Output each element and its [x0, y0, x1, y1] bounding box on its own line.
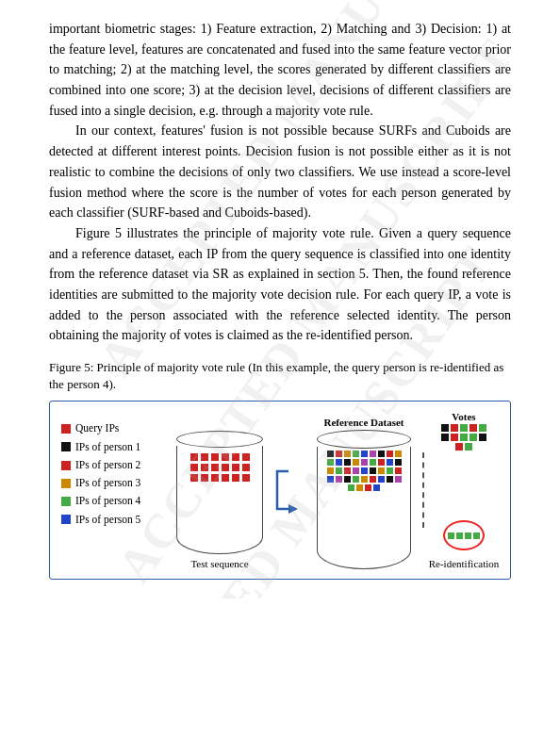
dot [201, 453, 208, 461]
figure-votes-reid: Votes [426, 411, 502, 569]
ref-dot [353, 451, 359, 457]
legend-color-2 [61, 461, 71, 470]
ref-dot [353, 476, 359, 483]
arrow-svg [272, 462, 307, 518]
dot [242, 453, 250, 461]
legend-label-1: IPs of person 1 [75, 439, 140, 455]
ref-dot [395, 476, 402, 483]
ref-dot [327, 451, 334, 457]
ref-dot [365, 484, 371, 491]
dot [211, 464, 219, 471]
figure-legend: Query IPs IPs of person 1 IPs of person … [59, 411, 168, 569]
paragraph-2: In our context, features' fusion is not … [49, 121, 511, 222]
vote-dot [451, 434, 458, 441]
reid-dot [473, 533, 480, 539]
paragraph-3: Figure 5 illustrates the principle of ma… [49, 223, 511, 346]
ref-dot [344, 476, 351, 483]
vote-dot [465, 443, 472, 451]
legend-label-5: IPs of person 5 [75, 512, 140, 528]
legend-color-query [61, 424, 71, 434]
dot [211, 474, 219, 482]
ref-dot [327, 476, 334, 483]
ref-dot [336, 467, 342, 474]
dot [222, 453, 229, 461]
votes-section: Votes [438, 411, 489, 451]
dot [201, 464, 208, 471]
dot [232, 464, 239, 471]
ref-dot [370, 451, 376, 457]
legend-color-4 [61, 497, 71, 506]
cylinder-label: Test sequence [190, 558, 248, 569]
vote-dot [451, 424, 458, 432]
reid-dot [456, 533, 463, 539]
ref-dot [378, 467, 385, 474]
dot [190, 453, 198, 461]
ref-dot [378, 476, 385, 483]
reference-label: Reference Dataset [323, 417, 404, 428]
legend-item-query: Query IPs [61, 420, 168, 436]
vote-dot [441, 424, 449, 432]
ref-dot [356, 484, 363, 491]
ref-dot [344, 459, 351, 466]
vote-dot [479, 434, 486, 441]
legend-label-4: IPs of person 4 [75, 493, 140, 509]
ref-dot [353, 467, 359, 474]
reid-visual [438, 516, 489, 554]
vote-dot [469, 424, 477, 432]
ref-cylinder-wrapper [317, 430, 411, 569]
legend-label-2: IPs of person 2 [75, 457, 140, 473]
reid-dot [448, 533, 454, 539]
reid-circle [443, 520, 485, 550]
votes-dots [438, 424, 489, 451]
ref-dot [378, 459, 385, 466]
ref-dot [387, 476, 393, 483]
dash-line [422, 452, 424, 528]
legend-label-3: IPs of person 3 [75, 475, 140, 491]
bracket-arrow [272, 462, 307, 518]
legend-item-5: IPs of person 5 [61, 512, 168, 528]
ref-dot [327, 459, 334, 466]
ref-dot [361, 451, 368, 457]
dot [232, 474, 239, 482]
legend-color-1 [61, 442, 71, 451]
dot [190, 474, 198, 482]
dot [211, 453, 219, 461]
ref-dot [395, 467, 402, 474]
ref-dot [348, 484, 354, 491]
legend-item-3: IPs of person 3 [61, 475, 168, 491]
ref-dot [370, 476, 376, 483]
cylinder-wrapper: Test sequence [176, 431, 263, 569]
dot [190, 464, 198, 471]
votes-label: Votes [452, 411, 475, 422]
dot [232, 453, 239, 461]
vote-dot [469, 434, 477, 441]
ref-dot [336, 451, 342, 457]
figure-caption: Figure 5: Principle of majority vote rul… [49, 359, 511, 393]
figure-box: Query IPs IPs of person 1 IPs of person … [49, 401, 511, 580]
ref-dot [387, 459, 393, 466]
legend-item-4: IPs of person 4 [61, 493, 168, 509]
vote-dot [479, 424, 486, 432]
dot [222, 474, 229, 482]
cylinder-body [176, 446, 263, 554]
ref-dot [344, 451, 351, 457]
dot [242, 474, 250, 482]
figure-reference-dataset: Reference Dataset [307, 411, 420, 569]
legend-item-2: IPs of person 2 [61, 457, 168, 473]
reid-section: Re-identification [429, 516, 500, 569]
dot [222, 464, 229, 471]
svg-marker-0 [288, 504, 298, 514]
ref-dot [327, 467, 334, 474]
ref-dot [361, 476, 368, 483]
paragraph-1: important biometric stages: 1) Feature e… [49, 19, 511, 121]
ref-dot [361, 467, 368, 474]
legend-color-3 [61, 479, 71, 488]
dot [201, 474, 208, 482]
ref-dot [353, 459, 359, 466]
ref-cylinder-top [317, 430, 411, 449]
ref-dot [336, 476, 342, 483]
ref-dot [387, 451, 393, 457]
reid-label: Re-identification [429, 558, 500, 569]
ref-dot [378, 451, 385, 457]
ref-dot [395, 459, 402, 466]
